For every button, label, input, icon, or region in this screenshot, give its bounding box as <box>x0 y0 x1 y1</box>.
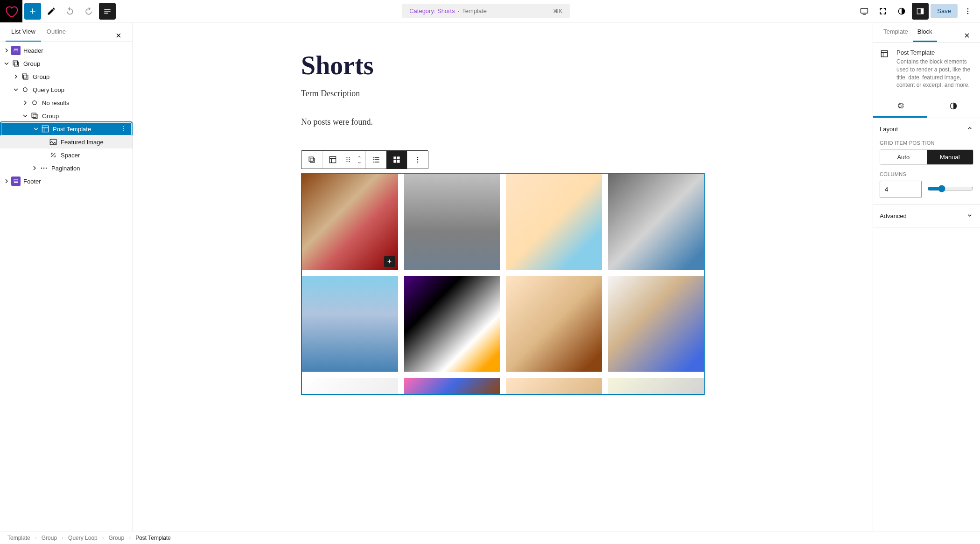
svg-rect-37 <box>397 160 400 163</box>
breadcrumb-item[interactable]: Group <box>42 535 57 541</box>
svg-rect-36 <box>393 160 396 163</box>
grid-item[interactable] <box>506 276 602 372</box>
add-block-button[interactable] <box>24 3 41 20</box>
tab-outline[interactable]: Outline <box>41 22 71 42</box>
svg-rect-13 <box>32 113 36 117</box>
grid-layout-button[interactable] <box>386 151 407 169</box>
svg-point-4 <box>967 8 969 9</box>
svg-point-31 <box>349 159 350 160</box>
undo-button[interactable] <box>62 3 78 20</box>
tab-list-view[interactable]: List View <box>6 22 41 42</box>
tree-no-results[interactable]: No results <box>0 96 133 109</box>
pagination-icon <box>39 163 49 173</box>
breadcrumb-item[interactable]: Template <box>7 535 30 541</box>
edit-tool-button[interactable] <box>43 3 60 20</box>
columns-control <box>880 181 973 198</box>
tree-spacer[interactable]: Spacer <box>0 148 133 162</box>
left-sidebar: List View Outline Header Group Group <box>0 22 133 531</box>
settings-tabs: Template Block <box>873 22 980 42</box>
grid-item[interactable] <box>608 276 704 372</box>
grid-item[interactable] <box>608 378 704 394</box>
styles-button[interactable] <box>893 3 910 20</box>
svg-point-6 <box>967 13 969 14</box>
svg-point-5 <box>967 10 969 12</box>
tree-group[interactable]: Group <box>0 70 133 83</box>
close-sidebar-button[interactable] <box>110 27 127 44</box>
grid-item[interactable]: + <box>302 174 398 270</box>
tree-query-loop[interactable]: Query Loop <box>0 83 133 96</box>
tab-template[interactable]: Template <box>879 22 913 42</box>
add-block-inline[interactable]: + <box>384 256 395 267</box>
move-up-down[interactable] <box>353 151 365 169</box>
tree-post-template[interactable]: Post Template <box>1 122 132 135</box>
breadcrumb-item[interactable]: Group <box>109 535 124 541</box>
tree-label: Query Loop <box>33 86 64 93</box>
tree-footer[interactable]: Footer <box>0 175 133 188</box>
group-icon <box>30 111 39 120</box>
advanced-panel-toggle[interactable]: Advanced <box>880 212 973 220</box>
tree-pagination[interactable]: Pagination <box>0 162 133 175</box>
fullscreen-button[interactable] <box>875 3 891 20</box>
grid-item[interactable] <box>506 174 602 270</box>
tree-header[interactable]: Header <box>0 44 133 57</box>
tree-group[interactable]: Group <box>0 109 133 122</box>
block-options-button[interactable] <box>407 151 428 169</box>
page-title[interactable]: Shorts <box>301 50 705 80</box>
auto-button[interactable]: Auto <box>880 150 927 164</box>
subtab-settings[interactable] <box>873 96 927 118</box>
group-icon <box>11 59 21 68</box>
svg-point-30 <box>346 159 347 160</box>
panel-title: Advanced <box>880 212 907 219</box>
tab-block[interactable]: Block <box>913 22 937 42</box>
list-view-toggle[interactable] <box>99 3 116 20</box>
term-description[interactable]: Term Description <box>301 89 705 99</box>
grid-item[interactable] <box>506 378 602 394</box>
grid-position-label: GRID ITEM POSITION <box>880 140 973 146</box>
subtab-styles[interactable] <box>927 96 980 118</box>
grid-item[interactable] <box>302 378 398 394</box>
grid-item[interactable] <box>608 174 704 270</box>
columns-slider[interactable] <box>927 185 973 194</box>
view-desktop-button[interactable] <box>856 3 873 20</box>
command-bar[interactable]: Category: Shorts · Template ⌘K <box>402 4 570 18</box>
breadcrumb-item[interactable]: Post Template <box>135 535 171 541</box>
post-template-grid[interactable]: + <box>301 173 705 395</box>
svg-rect-12 <box>24 75 28 79</box>
site-logo[interactable] <box>0 0 22 22</box>
command-shortcut: ⌘K <box>553 8 562 14</box>
group-icon <box>21 72 30 81</box>
svg-point-21 <box>43 168 45 169</box>
breadcrumb-item[interactable]: Query Loop <box>68 535 98 541</box>
grid-item[interactable] <box>404 174 500 270</box>
layout-panel-toggle[interactable]: Layout <box>880 125 973 134</box>
tree-group[interactable]: Group <box>0 57 133 70</box>
parent-selector-button[interactable] <box>301 151 322 169</box>
no-posts-message: No posts were found. <box>301 117 705 127</box>
grid-item[interactable] <box>302 276 398 372</box>
svg-rect-26 <box>310 158 315 162</box>
tree-featured-image[interactable]: Featured Image <box>0 135 133 148</box>
redo-button[interactable] <box>80 3 97 20</box>
tree-label: Group <box>23 60 40 67</box>
save-button[interactable]: Save <box>931 4 958 18</box>
chevron-right-icon: › <box>129 535 131 541</box>
loop-icon <box>21 85 30 94</box>
manual-button[interactable]: Manual <box>927 150 973 164</box>
drag-handle[interactable] <box>343 151 353 169</box>
settings-sidebar-toggle[interactable] <box>912 3 929 20</box>
grid-item[interactable] <box>404 378 500 394</box>
svg-point-29 <box>349 157 350 158</box>
grid-item[interactable] <box>404 276 500 372</box>
close-settings-button[interactable] <box>959 27 975 44</box>
block-name: Post Template <box>896 49 973 56</box>
columns-input[interactable] <box>880 181 922 198</box>
options-menu-button[interactable] <box>959 3 976 20</box>
list-layout-button[interactable] <box>366 151 386 169</box>
image-icon <box>49 137 58 147</box>
editor-canvas[interactable]: Shorts Term Description No posts were fo… <box>133 22 873 531</box>
command-separator: · <box>458 7 460 14</box>
tree-label: No results <box>42 99 70 106</box>
more-icon[interactable] <box>120 125 127 134</box>
svg-rect-8 <box>14 50 18 52</box>
block-type-button[interactable] <box>322 151 343 169</box>
